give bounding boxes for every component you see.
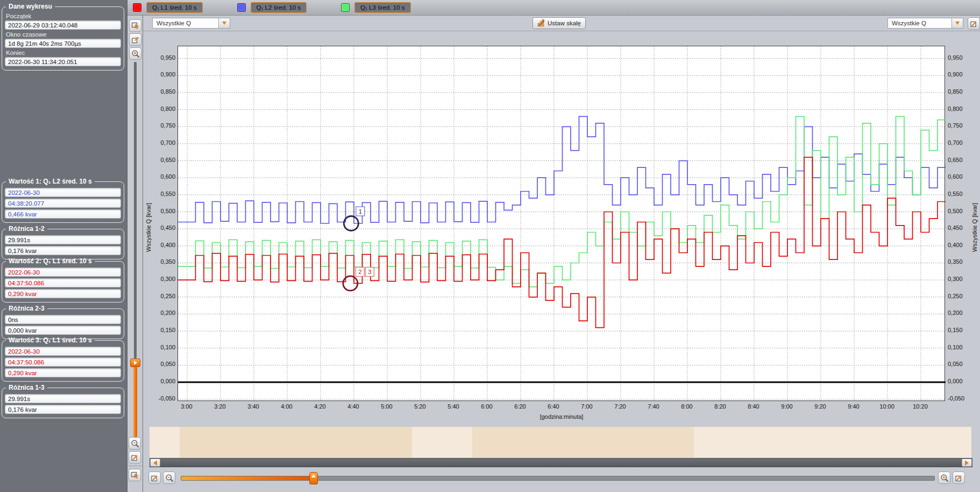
legend-item-1: Q₁ L1 śred. 10 s [133,2,203,13]
horizontal-scrollbar[interactable] [150,458,972,467]
group-title: Wartość 2: Q₁ L1 śred. 10 s [6,257,95,265]
y-tick-left: 0,500 [153,208,175,214]
marker-label: 1 [359,208,362,215]
channel-filter-left-value[interactable]: Wszystkie Q [152,18,219,29]
group-dane-wykresu: Dane wykresuPoczątek2022-06-29 03:12:40.… [2,3,124,71]
arrow-right-icon [965,460,969,466]
field-value: 0,466 kvar [5,209,121,219]
overview-segment [472,427,694,458]
legend-series-button[interactable]: Q₁ L1 śred. 10 s [146,2,203,13]
edit-time-scale-icon[interactable] [148,472,161,484]
edit-scale-left-icon[interactable] [129,451,141,463]
y-tick-right: -0,050 [948,395,971,402]
y-tick-left: 0,700 [153,139,175,146]
field-value: 04:38:20.077 [5,199,121,208]
zoom-in-icon[interactable] [129,47,141,60]
zoom-out-icon[interactable] [129,437,141,449]
selection-cursor-icon[interactable] [129,19,141,32]
x-tick: 6:00 [475,403,499,410]
y-tick-right: 0,550 [948,191,971,197]
chart-canvas: 123 [178,46,946,400]
x-tick: 9:00 [775,403,799,410]
app-window: Dane wykresuPoczątek2022-06-29 03:12:40.… [0,0,980,492]
legend-swatch[interactable] [133,3,141,12]
x-tick: 8:00 [675,403,699,410]
chevron-down-icon [222,22,226,25]
overview-minimap[interactable] [150,427,971,458]
set-scale-button[interactable]: Ustaw skalę [532,17,586,29]
x-tick: 3:20 [208,403,232,410]
series-Q₁-L2-śred.-10-s [178,116,946,223]
divider [128,466,143,466]
edit-time-scale-right-icon[interactable] [953,472,965,484]
y-tick-left: 0,400 [153,242,175,248]
series-Q₁-L3-śred.-10-s [178,116,946,287]
y-tick-right: 0,350 [948,258,971,265]
group-title: Dane wykresu [6,3,55,10]
group-r-nica-1-2: Różnica 1-229.991s0,176 kvar [2,225,124,259]
selection-cursor-bottom-icon[interactable] [129,469,141,481]
channel-filter-right-value[interactable]: Wszystkie Q [887,18,952,29]
y-tick-right: 0,200 [948,310,971,316]
field-value: 04:37:50.086 [5,357,121,367]
field-value: 2022-06-30 [5,268,121,277]
scale-icon [537,19,545,28]
x-tick: 9:20 [808,403,832,410]
y-tick-right: 0,100 [948,344,971,350]
field-value: 29.991s [5,235,121,244]
x-tick: 3:00 [175,403,198,410]
x-tick: 6:20 [508,403,532,410]
field-value: 0,176 kvar [5,246,121,255]
scroll-right-button[interactable] [962,459,972,467]
horizontal-zoom-row [145,469,974,487]
horizontal-zoom-handle[interactable] [309,472,318,484]
y-tick-left: 0,250 [153,293,175,299]
export-chart-icon[interactable] [129,33,141,46]
handle-arrow-icon [134,361,137,365]
channel-filter-right-arrow[interactable] [951,18,963,29]
y-tick-right: 0,600 [948,173,971,180]
set-scale-label: Ustaw skalę [548,20,581,26]
zoom-in-time-icon[interactable] [938,472,950,484]
x-tick: 7:00 [575,403,599,410]
y-tick-right: 0,650 [948,157,971,163]
group-r-nica-2-3: Różnica 2-30ns0,000 kvar [2,305,124,339]
legend-series-button[interactable]: Q₁ L3 śred. 10 s [354,2,411,13]
y-axis-title-right: Wszystkie Q [kvar] [971,203,978,252]
series-Q₁-L1-śred.-10-s [178,157,946,328]
y-tick-left: 0,000 [153,378,175,384]
edit-scale-right-icon[interactable] [968,17,980,30]
y-tick-left: 0,950 [153,54,175,61]
overview-segment [180,427,412,458]
chart-plot-area[interactable]: 123 [177,46,945,401]
legend-swatch[interactable] [341,3,350,12]
chart-tool-strip [127,16,143,492]
y-tick-left: 0,150 [153,327,175,333]
y-tick-right: 0,500 [948,208,971,214]
field-value: 29.991s [5,394,121,403]
scroll-left-button[interactable] [150,459,160,467]
legend-series-button[interactable]: Q₁ L2 śred. 10 s [251,2,307,13]
x-tick: 9:40 [842,403,865,410]
vertical-zoom-range[interactable] [133,367,137,437]
y-tick-right: 0,050 [948,361,971,367]
y-tick-right: 0,800 [948,106,971,112]
arrow-left-icon [153,460,157,466]
legend-swatch[interactable] [237,3,246,12]
y-tick-right: 0,250 [948,293,971,299]
zoom-out-time-icon[interactable] [163,472,175,484]
group-r-nica-1-3: Różnica 1-329.991s0,176 kvar [2,384,124,418]
chevron-down-icon [955,22,960,25]
toolbar-row: Wszystkie Q Ustaw skalę Wszystkie Q [143,16,980,31]
group-title: Wartość 1: Q₁ L2 śred. 10 s [6,178,95,185]
horizontal-zoom-track[interactable] [181,476,935,481]
y-tick-left: 0,750 [153,122,175,129]
x-tick: 3:40 [242,403,265,410]
vertical-zoom-track[interactable] [134,62,137,359]
x-tick: 4:20 [308,403,332,410]
chart-data-panel: Dane wykresuPoczątek2022-06-29 03:12:40.… [0,0,127,492]
channel-filter-left-arrow[interactable] [218,18,230,29]
vertical-zoom-handle[interactable] [130,359,140,367]
field-value: 1d 8g 21m 40s 2ms 700µs [5,39,121,48]
handle-arrow-icon [311,474,316,477]
